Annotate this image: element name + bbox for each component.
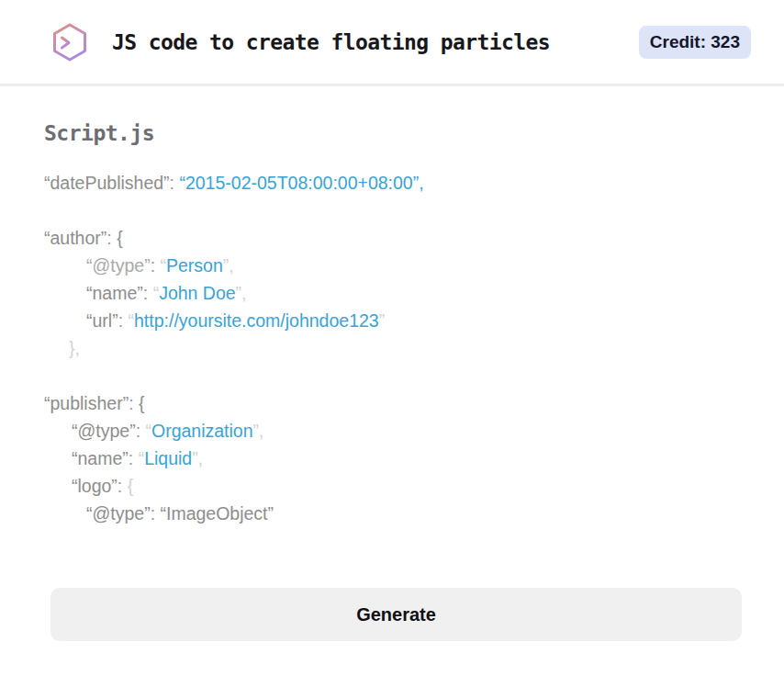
code-token-key: “logo” xyxy=(72,476,118,496)
code-token-key: “name” xyxy=(86,283,143,303)
code-token-punc: : xyxy=(106,228,117,248)
code-line: “name”: “John Doe”, xyxy=(44,279,740,307)
code-token-key: “url” xyxy=(86,310,118,331)
code-token-quote: ”, xyxy=(223,255,234,276)
code-token-brace: { xyxy=(117,228,123,248)
code-token-key: “author” xyxy=(44,228,106,248)
main-content: Script.js “datePublished”: “2015-02-05T0… xyxy=(0,121,784,641)
code-line: “url”: “http://yoursite.com/johndoe123” xyxy=(44,307,740,334)
code-line: “publisher”: { xyxy=(44,389,740,417)
page-title: JS code to create floating particles xyxy=(112,30,639,54)
code-token-key: “datePublished” xyxy=(44,173,170,193)
code-token-brace-light: { xyxy=(128,476,134,496)
code-line: }, xyxy=(44,334,740,362)
code-line: “author”: { xyxy=(44,224,740,252)
code-line: “name”: “Liquid”, xyxy=(44,445,740,472)
code-token-value: Organization xyxy=(151,421,253,441)
code-line: “datePublished”: “2015-02-05T08:00:00+08… xyxy=(44,169,740,197)
code-token-key: “name” xyxy=(72,448,129,468)
filename-label: Script.js xyxy=(44,121,740,145)
code-line: “@type”: “Organization”, xyxy=(44,417,740,445)
code-line: “logo”: { xyxy=(44,472,740,500)
code-token-value: Person xyxy=(166,255,223,276)
app-window: JS code to create floating particles Cre… xyxy=(0,0,784,687)
code-token-key: “@type” xyxy=(86,503,151,524)
code-token-punc: : xyxy=(118,310,129,331)
code-token-punc: : xyxy=(118,476,128,496)
code-token-key: “publisher” xyxy=(44,393,129,413)
code-token-value: Liquid xyxy=(144,448,192,468)
code-token-value: http://yoursite.com/johndoe123 xyxy=(134,310,379,331)
code-token-punc: : xyxy=(151,503,161,524)
code-block: “datePublished”: “2015-02-05T08:00:00+08… xyxy=(44,169,740,527)
code-token-punc: : xyxy=(170,173,180,193)
code-blank-line xyxy=(44,197,740,224)
code-token-quote: ”, xyxy=(192,448,203,468)
header: JS code to create floating particles Cre… xyxy=(0,0,784,86)
code-token-punc: : xyxy=(136,421,146,441)
code-token-punc: : xyxy=(151,255,161,276)
code-token-value: “2015-02-05T08:00:00+08:00”, xyxy=(179,173,423,193)
credit-badge: Credit: 323 xyxy=(639,26,751,59)
code-token-punc: : xyxy=(143,283,153,303)
code-blank-line xyxy=(44,362,740,389)
code-token-key: “@type” xyxy=(72,421,136,441)
code-line: “@type”: “ImageObject” xyxy=(44,500,740,527)
code-token-punc: : xyxy=(129,448,139,468)
code-token-value: John Doe xyxy=(159,283,235,303)
code-token-punc: : xyxy=(129,393,139,413)
code-token-brace: { xyxy=(139,393,145,413)
code-token-brace-light: }, xyxy=(69,338,80,358)
code-token-quote: ” xyxy=(379,310,386,331)
code-token-quote: ”, xyxy=(236,283,247,303)
terminal-prompt-hexagon-icon xyxy=(48,20,92,64)
code-token-quote: ”, xyxy=(253,421,264,441)
code-token-key: “ImageObject” xyxy=(160,503,274,524)
code-line: “@type”: “Person”, xyxy=(44,252,740,279)
code-token-key-light: “@type” xyxy=(86,255,151,276)
generate-button[interactable]: Generate xyxy=(50,588,742,641)
